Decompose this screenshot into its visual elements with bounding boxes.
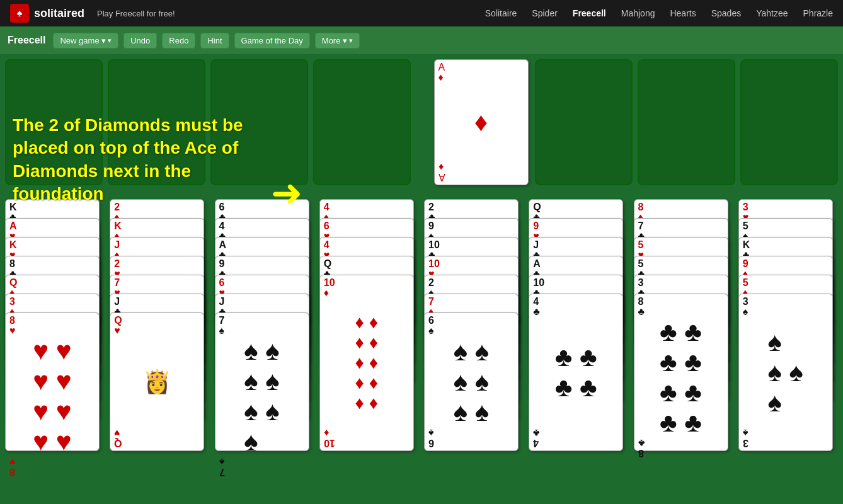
redo-button[interactable]: Redo xyxy=(162,33,195,49)
card-3-spades[interactable]: 3♠ ♠♠ ♠♠ 3♠ xyxy=(738,294,833,451)
card-10-diamonds[interactable]: 10♦ ♦ ♦♦ ♦♦ ♦♦ ♦♦ ♦ 10♦ xyxy=(319,275,414,451)
nav-phrazle[interactable]: Phrazle xyxy=(803,8,833,18)
undo-button[interactable]: Undo xyxy=(123,33,157,49)
card-rank-top: A♦ xyxy=(439,62,524,83)
column-2: 2♦ K♦ J♦ 2♥ 7♥ J♣ Q♥ 👸 Q♥ xyxy=(110,199,209,483)
foundation-slot-3[interactable] xyxy=(638,59,735,185)
column-5: 2♣ 9♠ 10♣ 10♥ 2♠ 7♦ 6♠ ♠ ♠♠ ♠♠ ♠ 6♠ xyxy=(424,199,524,483)
tableau: K♣ A♥ K♥ 8♣ Q♦ 3♦ 8♥ ♥ ♥♥ ♥♥ ♥♥ ♥ 8♥ xyxy=(5,197,838,483)
card-7-spades[interactable]: 7♠ ♠ ♠♠ ♠♠ ♠♠ 7♠ xyxy=(215,312,309,451)
more-button[interactable]: More ▾ xyxy=(315,33,360,49)
column-8: 3♥ 5♠ K♣ 9♦ 5♦ 3♠ ♠♠ ♠♠ 3♠ xyxy=(738,199,838,483)
card-6-spades[interactable]: 6♠ ♠ ♠♠ ♠♠ ♠ 6♠ xyxy=(424,312,519,451)
card-8-clubs-col7[interactable]: 8♣ ♣ ♣♣ ♣♣ ♣♣ ♣ 8♣ xyxy=(634,294,728,451)
tagline: Play Freecell for free! xyxy=(97,9,175,18)
nav-links: Solitaire Spider Freecell Mahjong Hearts… xyxy=(485,8,833,18)
column-6: Q♣ 9♥ J♣ A♣ 10♣ 4♣ ♣ ♣♣ ♣ 4♣ xyxy=(529,199,628,483)
foundation-slot-1[interactable]: A♦ ♦ A♦ xyxy=(432,59,530,185)
foundation-slot-2[interactable] xyxy=(535,59,633,185)
foundation-slot-4[interactable] xyxy=(740,59,838,185)
game-title-label: Freecell xyxy=(8,35,45,46)
column-1: K♣ A♥ K♥ 8♣ Q♦ 3♦ 8♥ ♥ ♥♥ ♥♥ ♥♥ ♥ 8♥ xyxy=(5,199,105,483)
column-4: 4♦ 6♥ 4♥ Q♣ 10♦ ♦ ♦♦ ♦♦ ♦♦ ♦♦ ♦ 10♦ xyxy=(319,199,419,483)
card-q-hearts[interactable]: Q♥ 👸 Q♥ xyxy=(110,312,204,451)
hint-message: The 2 of Diamonds must be placed on top … xyxy=(13,114,252,206)
card-8-hearts[interactable]: 8♥ ♥ ♥♥ ♥♥ ♥♥ ♥ 8♥ xyxy=(5,312,100,451)
nav-mahjong[interactable]: Mahjong xyxy=(621,8,655,18)
nav-freecell[interactable]: Freecell xyxy=(573,8,606,18)
column-7: 8♦ 7♣ 5♥ 5♣ 3♣ 8♣ ♣ ♣♣ ♣♣ ♣♣ ♣ 8♣ xyxy=(634,199,733,483)
nav-yahtzee[interactable]: Yahtzee xyxy=(756,8,788,18)
foundations: A♦ ♦ A♦ xyxy=(432,59,838,192)
logo-text: solitaired xyxy=(34,7,84,20)
card-rank-bottom: A♦ xyxy=(439,162,524,182)
foundation-card-ace-diamonds: A♦ ♦ A♦ xyxy=(434,59,529,185)
card-4-clubs-col6[interactable]: 4♣ ♣ ♣♣ ♣ 4♣ xyxy=(529,294,623,451)
logo-icon: ♠ xyxy=(10,4,29,23)
new-game-button[interactable]: New game ▾ xyxy=(53,33,118,49)
game-of-day-button[interactable]: Game of the Day xyxy=(234,33,310,49)
nav-hearts[interactable]: Hearts xyxy=(670,8,696,18)
hint-button[interactable]: Hint xyxy=(200,33,229,49)
nav-spider[interactable]: Spider xyxy=(532,8,557,18)
logo-area: ♠ solitaired xyxy=(10,4,84,23)
column-3: 6♣ 4♣ A♣ 9♣ 6♥ J♣ 7♠ ♠ ♠♠ ♠♠ ♠♠ 7♠ xyxy=(215,199,314,483)
freecell-slot-4[interactable] xyxy=(313,59,411,185)
toolbar: Freecell New game ▾ Undo Redo Hint Game … xyxy=(0,26,843,54)
nav-spades[interactable]: Spades xyxy=(711,8,741,18)
game-area: The 2 of Diamonds must be placed on top … xyxy=(0,54,843,504)
top-navigation: ♠ solitaired Play Freecell for free! Sol… xyxy=(0,0,843,26)
card-suit-center: ♦ xyxy=(439,83,524,162)
hint-arrow: ➜ xyxy=(271,171,302,215)
nav-solitaire[interactable]: Solitaire xyxy=(485,8,517,18)
